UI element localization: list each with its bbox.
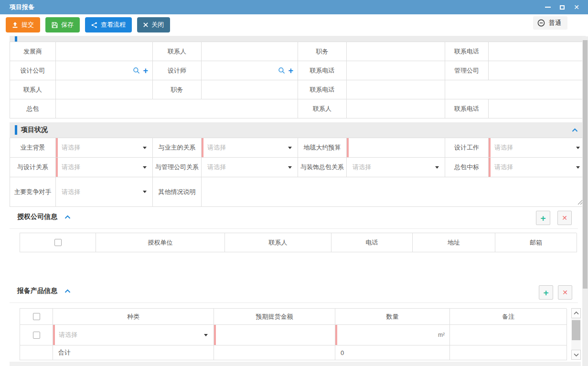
carpet-budget-input[interactable] [347, 138, 445, 158]
product-col-quantity: 数量 [335, 309, 450, 325]
expected-amount-input[interactable] [214, 325, 335, 345]
search-icon[interactable] [133, 67, 140, 74]
close-window-icon[interactable]: ✕ [574, 4, 579, 11]
quantity-input[interactable]: m² [335, 325, 450, 345]
add-authorized-company-button[interactable]: + [536, 211, 550, 225]
titlebar: 项目报备 ✕ [0, 0, 588, 14]
dropdown-arrow-icon [288, 147, 292, 149]
phone-input[interactable] [489, 42, 586, 61]
search-icon[interactable] [278, 67, 285, 74]
authorized-company-table: 授权单位 联系人 电话 地址 邮箱 [20, 233, 577, 252]
remark-input[interactable] [450, 325, 567, 345]
horizontal-scroll-track[interactable] [10, 362, 581, 366]
mgmt-job-input[interactable] [202, 80, 298, 99]
auth-col-address: 地址 [413, 233, 495, 252]
mgmt-company-input[interactable] [489, 61, 586, 80]
dropdown-arrow-icon [143, 147, 147, 149]
general-contractor-label: 总包 [10, 99, 56, 118]
gc-contact-input[interactable] [347, 99, 445, 118]
mgmt-relation-select[interactable]: 请选择 [202, 158, 298, 177]
authorized-company-section-header: 授权公司信息 [17, 213, 71, 221]
row-checkbox[interactable] [33, 332, 40, 339]
delete-authorized-company-button[interactable]: ✕ [557, 211, 572, 225]
phone-label: 联系电话 [445, 42, 489, 61]
select-all-checkbox[interactable] [54, 239, 62, 246]
job-title-input[interactable] [347, 42, 445, 61]
collapse-section-control[interactable] [572, 128, 578, 132]
circle-minus-icon [537, 19, 545, 27]
gc-awarded-select[interactable]: 请选择 [489, 158, 586, 177]
general-contractor-input[interactable] [56, 99, 298, 118]
divider [10, 302, 578, 303]
share-icon [91, 22, 97, 28]
other-notes-textarea[interactable] [202, 177, 586, 207]
delete-product-button[interactable]: ✕ [558, 285, 572, 300]
design-relation-label: 与设计关系 [10, 158, 56, 177]
gc-awarded-label: 总包中标 [445, 158, 489, 177]
mgmt-relation-label: 与管理公司关系 [153, 158, 202, 177]
scroll-down-button[interactable] [571, 350, 581, 360]
save-button[interactable]: 保存 [45, 17, 80, 32]
chevron-up-icon[interactable] [64, 215, 71, 219]
job-title-label: 职务 [298, 42, 347, 61]
total-label: 合计 [53, 345, 214, 360]
dropdown-arrow-icon [143, 191, 147, 193]
design-phone-input[interactable] [347, 61, 445, 80]
empty-cell [450, 345, 567, 360]
owner-background-select[interactable]: 请选择 [56, 138, 153, 158]
priority-button[interactable]: 普通 [533, 16, 567, 30]
submit-button[interactable]: 提交 [6, 17, 40, 32]
row-checkbox-cell [20, 325, 53, 345]
auth-col-contact: 联系人 [225, 233, 331, 252]
section-accent-bar [15, 125, 17, 135]
empty-cell [214, 345, 335, 360]
unit-label: m² [438, 332, 445, 338]
main-competitors-select[interactable]: 请选择 [56, 177, 153, 207]
section-accent-bar [15, 36, 17, 42]
divider [10, 228, 578, 229]
add-product-button[interactable]: + [539, 285, 553, 300]
view-flow-button[interactable]: 查看流程 [85, 17, 132, 32]
designer-label: 设计师 [153, 61, 202, 80]
select-all-checkbox[interactable] [33, 313, 40, 320]
minimize-icon[interactable] [545, 7, 551, 8]
chevron-up-icon[interactable] [64, 289, 71, 293]
contact-input[interactable] [202, 42, 298, 61]
product-table: 种类 预期提货金额 数量 备注 请选择 m² 合计 0 [20, 308, 567, 360]
gc-phone-input[interactable] [489, 99, 586, 118]
designer-input[interactable]: + [202, 61, 298, 80]
add-icon[interactable]: + [288, 66, 293, 75]
add-icon[interactable]: + [143, 66, 148, 75]
owner-relation-label: 与业主的关系 [153, 138, 202, 158]
maximize-icon[interactable] [560, 5, 565, 10]
developer-input[interactable] [56, 42, 153, 61]
deco-gc-relation-select[interactable]: 请选择 [347, 158, 445, 177]
empty-cell [20, 345, 53, 360]
owner-background-label: 业主背景 [10, 138, 56, 158]
mgmt-job-label: 职务 [153, 80, 202, 99]
scroll-up-button[interactable] [571, 308, 581, 318]
page-scrollbar[interactable] [582, 36, 588, 366]
design-company-input[interactable]: + [56, 61, 153, 80]
gc-contact-label: 联系人 [298, 99, 347, 118]
save-label: 保存 [61, 21, 74, 29]
project-status-section-header: 项目状况 [10, 122, 586, 138]
page-scrollbar-thumb[interactable] [583, 40, 588, 289]
scrollbar-thumb[interactable] [572, 320, 580, 340]
owner-relation-select[interactable]: 请选择 [202, 138, 298, 158]
toolbar-buttons: 提交 保存 查看流程 关闭 [6, 17, 170, 32]
mgmt-phone-input[interactable] [347, 80, 445, 99]
floppy-icon [52, 22, 58, 28]
auth-col-phone: 电话 [331, 233, 413, 252]
mgmt-contact-input[interactable] [56, 80, 153, 99]
product-table-scrollbar [571, 308, 581, 360]
deco-gc-relation-label: 与装饰总包关系 [298, 158, 347, 177]
project-status-table: 业主背景 请选择 与业主的关系 请选择 地毯大约预算 设计工作 请选择 与设计关… [10, 138, 586, 207]
design-work-select[interactable]: 请选择 [489, 138, 586, 158]
design-relation-select[interactable]: 请选择 [56, 158, 153, 177]
product-type-select[interactable]: 请选择 [53, 325, 214, 345]
design-phone-label: 联系电话 [298, 61, 347, 80]
contact-label: 联系人 [153, 42, 202, 61]
close-button[interactable]: 关闭 [137, 17, 170, 32]
empty-cell [445, 80, 586, 99]
